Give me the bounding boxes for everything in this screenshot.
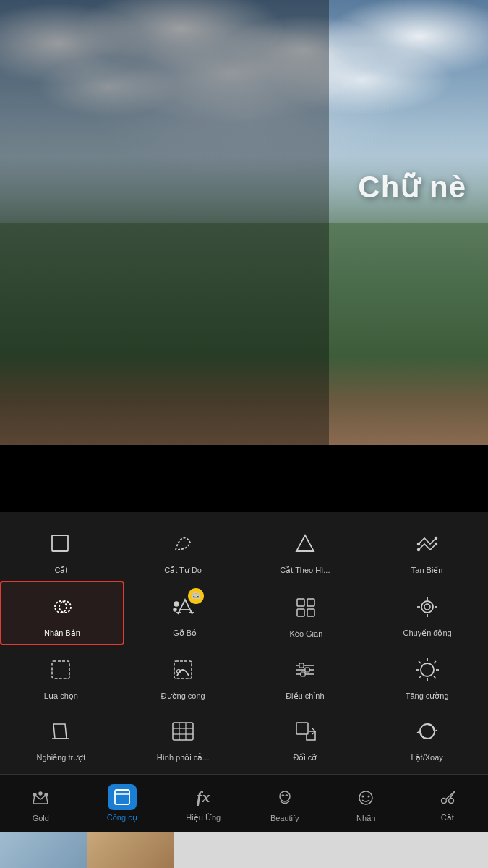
- remove-icon: [168, 590, 202, 624]
- nav-beautify[interactable]: Beautify: [244, 775, 326, 832]
- svg-point-53: [280, 791, 290, 801]
- svg-point-9: [174, 608, 176, 611]
- tool-tang-cuong[interactable]: Tăng cường: [366, 645, 488, 707]
- svg-rect-16: [307, 609, 314, 616]
- svg-rect-30: [305, 668, 309, 672]
- ad-thumb-1: [0, 832, 87, 868]
- tool-tang-cuong-label: Tăng cường: [406, 692, 449, 701]
- motion-icon: [410, 590, 445, 624]
- tool-lua-chon[interactable]: Lựa chọn: [0, 645, 122, 707]
- clone-icon: [45, 590, 80, 624]
- tool-doi-co[interactable]: Đổi cỡ: [244, 707, 367, 768]
- tool-nghieng-truot-label: Nghiêng trượt: [36, 753, 85, 762]
- nhan-nav-icon: [351, 785, 380, 811]
- fliprotate-icon: [410, 714, 445, 749]
- tool-nhan-ban[interactable]: Nhân Bản: [0, 581, 124, 645]
- cong-cu-nav-icon: [108, 784, 137, 810]
- resize-icon: [288, 714, 322, 749]
- adjust-icon: [288, 652, 322, 687]
- dissolve-icon: [410, 527, 445, 561]
- svg-point-32: [421, 663, 434, 676]
- nav-cong-cu-label: Công cụ: [107, 813, 137, 822]
- svg-point-2: [417, 543, 419, 545]
- svg-point-5: [435, 543, 437, 545]
- svg-point-4: [417, 549, 419, 551]
- tool-go-bo[interactable]: Gỡ Bỏ: [124, 581, 246, 645]
- tools-row-3: Lựa chọn Đường cong: [0, 645, 488, 707]
- svg-rect-42: [173, 723, 193, 740]
- nav-gold[interactable]: Gold: [0, 775, 82, 832]
- photo-text-overlay: Chữ nè: [358, 169, 466, 205]
- svg-line-37: [419, 661, 421, 663]
- tool-cat-theo-hinh[interactable]: Cắt Theo Hì...: [244, 519, 367, 581]
- tool-hinh-phoi-ca[interactable]: Hình phối cả...: [122, 707, 244, 768]
- crown-badge: [188, 588, 204, 604]
- tools-row-1: Cắt Cắt Tự Do Cắt Theo Hì...: [0, 519, 488, 581]
- svg-line-40: [434, 676, 436, 678]
- svg-rect-52: [115, 790, 129, 804]
- freecut-icon: [166, 527, 200, 561]
- tool-duong-cong[interactable]: Đường cong: [122, 645, 244, 707]
- svg-line-38: [434, 661, 436, 663]
- ad-strip-content: [0, 832, 488, 868]
- svg-point-54: [359, 791, 372, 804]
- tool-lat-xoay[interactable]: Lật/Xoay: [366, 707, 488, 768]
- tool-cat-label: Cắt: [54, 566, 67, 575]
- tool-duong-cong-label: Đường cong: [161, 692, 205, 701]
- skew-icon: [43, 714, 78, 749]
- svg-rect-23: [52, 661, 69, 678]
- svg-point-17: [421, 601, 433, 613]
- svg-point-56: [368, 795, 370, 797]
- svg-point-3: [435, 537, 437, 540]
- nav-cong-cu[interactable]: Công cụ: [82, 775, 163, 832]
- gold-nav-icon: [26, 785, 55, 811]
- svg-line-39: [419, 676, 421, 678]
- svg-point-18: [424, 604, 430, 610]
- svg-rect-15: [297, 609, 304, 616]
- photo-canvas: Chữ nè: [0, 0, 488, 445]
- tool-cat-tu-do-label: Cắt Tự Do: [164, 566, 202, 575]
- nav-hieu-ung-label: Hiệu Ứng: [186, 813, 221, 822]
- beautify-nav-icon: [270, 785, 299, 811]
- svg-point-55: [362, 795, 364, 797]
- tool-cat-theo-hinh-label: Cắt Theo Hì...: [280, 566, 330, 575]
- nav-gold-label: Gold: [33, 814, 49, 822]
- svg-marker-1: [296, 535, 314, 551]
- svg-point-11: [197, 594, 199, 595]
- svg-rect-29: [299, 663, 304, 668]
- svg-point-10: [192, 594, 193, 595]
- tool-tan-bien[interactable]: Tan Biến: [366, 519, 488, 581]
- nav-cat-label: Cắt: [441, 813, 454, 822]
- tool-cat[interactable]: Cắt: [0, 519, 122, 581]
- nav-beautify-label: Beautify: [270, 814, 299, 822]
- svg-point-51: [39, 792, 42, 795]
- curve-icon: [166, 652, 200, 687]
- svg-point-49: [33, 793, 36, 796]
- tool-lua-chon-label: Lựa chọn: [44, 692, 78, 701]
- svg-rect-47: [296, 723, 308, 734]
- bottom-nav: Gold Công cụ fx Hiệu Ứng: [0, 774, 488, 832]
- tool-dieu-chinh[interactable]: Điều chỉnh: [244, 645, 367, 707]
- ad-thumb-2: [87, 832, 174, 868]
- tool-keo-gian-label: Kéo Giãn: [289, 629, 322, 638]
- select-icon: [43, 652, 78, 687]
- svg-rect-13: [297, 599, 304, 606]
- tool-keo-gian[interactable]: Kéo Giãn: [246, 581, 367, 645]
- tools-row-4: Nghiêng trượt Hình phối cả...: [0, 707, 488, 768]
- blend-icon: [166, 714, 200, 749]
- tools-grid: Cắt Cắt Tự Do Cắt Theo Hì...: [0, 512, 488, 774]
- tool-tan-bien-label: Tan Biến: [411, 566, 443, 575]
- dark-overlay: [0, 0, 329, 445]
- tool-dieu-chinh-label: Điều chỉnh: [286, 692, 324, 701]
- nav-nhan[interactable]: Nhãn: [325, 775, 407, 832]
- tool-cat-tu-do[interactable]: Cắt Tự Do: [122, 519, 244, 581]
- svg-rect-14: [307, 599, 314, 606]
- crop-icon: [43, 527, 78, 561]
- nav-cat[interactable]: Cắt: [407, 775, 489, 832]
- nav-hieu-ung[interactable]: fx Hiệu Ứng: [163, 775, 244, 832]
- tool-nghieng-truot[interactable]: Nghiêng trượt: [0, 707, 122, 768]
- tool-hinh-phoi-ca-label: Hình phối cả...: [157, 753, 210, 762]
- shapecrop-icon: [288, 527, 322, 561]
- svg-point-50: [45, 793, 48, 796]
- tool-chuyen-dong[interactable]: Chuyển động: [367, 581, 488, 645]
